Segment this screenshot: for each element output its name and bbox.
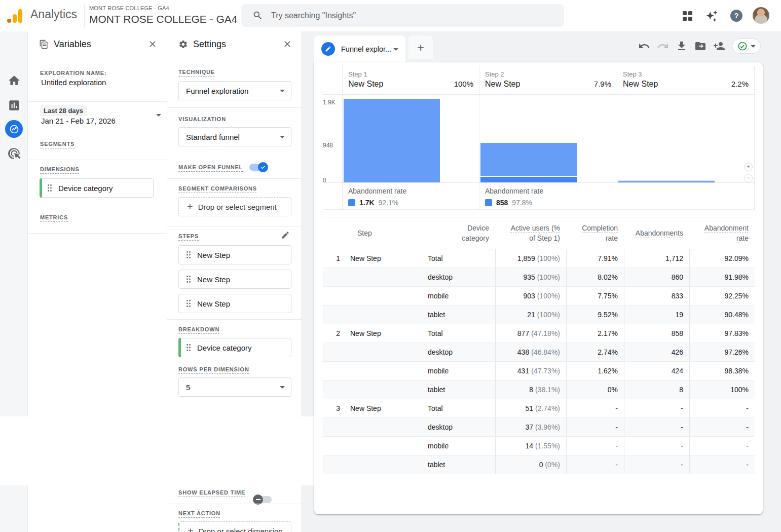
step-number: 2	[333, 329, 340, 337]
saved-status-button[interactable]	[732, 39, 761, 54]
tab-funnel-exploration[interactable]: Funnel explor...	[314, 35, 405, 62]
table-row[interactable]: mobile14(1.55%)---	[323, 437, 755, 455]
breakdown-chip-label: Device category	[197, 344, 252, 352]
variables-title: Variables	[54, 39, 91, 50]
cell-device-category: mobile	[412, 362, 495, 380]
active-users-value: 431	[517, 367, 529, 375]
cell-completion-rate: 1.62%	[566, 362, 624, 380]
active-users-value: 37	[525, 423, 533, 431]
col-header-completion-rate: Completionrate	[566, 223, 624, 243]
cell-step: 1New Step	[323, 249, 412, 268]
cell-active-users: 431(47.73%)	[495, 362, 566, 380]
funnel-bar[interactable]	[618, 180, 715, 182]
show-elapsed-time-toggle[interactable]	[254, 496, 272, 503]
zoom-in-icon[interactable]: +	[744, 163, 753, 171]
sparkle-icon[interactable]	[704, 9, 720, 24]
close-icon[interactable]	[147, 39, 158, 49]
cell-active-users: 14(1.55%)	[495, 437, 566, 455]
cell-step	[323, 437, 412, 455]
step-item[interactable]: New Step	[178, 245, 291, 264]
open-funnel-toggle[interactable]	[249, 164, 267, 171]
search-input[interactable]	[271, 11, 545, 20]
cell-active-users: 877(47.18%)	[495, 324, 566, 343]
table-row[interactable]: mobile903(100%)7.75%83392.25%	[323, 287, 755, 306]
download-icon[interactable]	[676, 40, 688, 52]
table-row[interactable]: desktop438(46.84%)2.74%42697.26%	[323, 343, 755, 362]
exploration-canvas: Funnel explor... + 1.9K 948 0 Step 1New …	[302, 31, 781, 532]
settings-panel-header: Settings	[167, 31, 302, 57]
table-row[interactable]: 3New StepTotal51(2.74%)---	[323, 399, 755, 418]
share-users-icon[interactable]	[713, 40, 725, 52]
technique-select[interactable]: Funnel exploration	[178, 81, 291, 100]
avatar[interactable]	[753, 7, 769, 24]
funnel-bar[interactable]	[344, 99, 440, 182]
step-item[interactable]: New Step	[178, 294, 291, 313]
redo-icon[interactable]	[657, 40, 669, 52]
cell-device-category: Total	[412, 399, 495, 417]
export-icon[interactable]	[694, 40, 706, 52]
zoom-out-icon[interactable]: −	[744, 174, 753, 182]
table-row[interactable]: 2New StepTotal877(47.18%)2.17%85897.83%	[323, 324, 755, 343]
cell-abandonments: 1,712	[624, 249, 689, 268]
exploration-name-value[interactable]: Untitled exploration	[41, 78, 106, 87]
funnel-step-number: Step 2	[485, 70, 617, 78]
visualization-select[interactable]: Standard funnel	[178, 127, 291, 146]
apps-grid-icon[interactable]	[683, 11, 692, 21]
advertising-icon[interactable]	[8, 147, 21, 160]
cell-device-category: tablet	[412, 381, 495, 399]
active-users-value: 1,859	[517, 254, 535, 262]
help-icon[interactable]: ?	[730, 10, 742, 22]
breakdown-chip-device-category[interactable]: Device category	[178, 338, 291, 357]
rows-per-dimension-select[interactable]: 5	[178, 377, 291, 397]
segment-dropzone[interactable]: + Drop or select segment	[178, 197, 291, 216]
table-row[interactable]: tablet8(38.1%)0%8100%	[323, 381, 755, 399]
segment-comparisons-label: SEGMENT COMPARISONS	[178, 185, 257, 192]
cell-step	[323, 418, 412, 436]
funnel-bar[interactable]	[480, 143, 577, 182]
table-row[interactable]: desktop935(100%)8.02%86091.98%	[323, 268, 755, 287]
active-users-percent: (100%)	[537, 273, 560, 281]
step-number: 3	[333, 404, 340, 412]
dimension-chip-device-category[interactable]: Device category	[40, 178, 154, 198]
edit-steps-pencil-icon[interactable]	[281, 231, 290, 240]
home-icon[interactable]	[8, 74, 21, 87]
date-range-value[interactable]: Jan 21 - Feb 17, 2026	[41, 117, 116, 125]
property-selector[interactable]: MONT ROSE COLLEGE - GA4	[89, 13, 238, 25]
undo-icon[interactable]	[638, 40, 650, 52]
search-bar[interactable]	[241, 4, 564, 27]
chevron-down-icon	[280, 136, 285, 138]
step-item[interactable]: New Step	[178, 270, 291, 289]
reports-icon[interactable]	[8, 99, 21, 112]
cell-device-category: tablet	[412, 306, 495, 324]
cell-step	[323, 362, 412, 380]
table-row[interactable]: 1New StepTotal1,859(100%)7.91%1,71292.09…	[323, 249, 755, 268]
app-name: Analytics	[30, 8, 77, 21]
date-caret-icon[interactable]	[156, 114, 161, 117]
explore-icon[interactable]	[5, 120, 23, 138]
active-users-value: 877	[517, 329, 529, 337]
cell-step	[323, 287, 412, 305]
cell-device-category: mobile	[412, 437, 495, 455]
step-name: New Step	[350, 404, 381, 412]
add-tab-button[interactable]: +	[408, 35, 433, 59]
cell-abandonments: 426	[624, 343, 689, 361]
cell-active-users: 37(3.96%)	[495, 418, 566, 436]
cell-active-users: 8(38.1%)	[495, 381, 566, 399]
table-row[interactable]: tablet0(0%)---	[323, 455, 755, 474]
active-users-percent: (100%)	[537, 311, 560, 319]
property-breadcrumb: MONT ROSE COLLEGE - GA4	[89, 5, 169, 11]
next-action-dropzone[interactable]: + Drop or select dimension	[178, 521, 291, 532]
table-row[interactable]: tablet21(100%)9.52%1990.48%	[323, 306, 755, 324]
active-users-value: 14	[525, 442, 533, 450]
table-row[interactable]: desktop37(3.96%)---	[323, 418, 755, 437]
active-users-value: 903	[524, 292, 535, 300]
cell-abandonments: 833	[624, 287, 689, 305]
cell-abandonments: -	[624, 399, 689, 417]
table-row[interactable]: mobile431(47.73%)1.62%42498.38%	[323, 362, 755, 381]
segment-dropzone-label: Drop or select segment	[198, 203, 277, 211]
close-icon[interactable]	[282, 39, 292, 49]
col-header-device-category: Devicecategory	[412, 223, 495, 243]
edit-pencil-icon	[321, 42, 335, 56]
cell-device-category: mobile	[412, 287, 495, 305]
cell-step	[323, 268, 412, 286]
